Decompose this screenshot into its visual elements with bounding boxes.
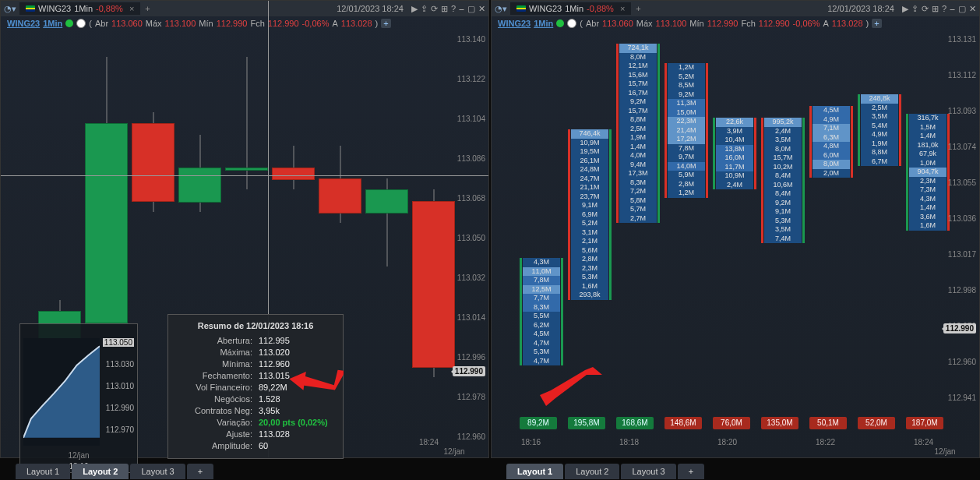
volume-cell: 9,1M xyxy=(764,207,802,217)
volume-total[interactable]: 187,0M xyxy=(906,417,943,429)
candle[interactable] xyxy=(365,35,408,434)
tab-left[interactable]: WING23 1Min -0,88% × xyxy=(19,2,140,15)
tab-tf: 1Min xyxy=(74,4,93,13)
volume-cell: 4,0M xyxy=(619,151,657,161)
minimize-icon[interactable]: ‒ xyxy=(459,4,464,14)
volume-column[interactable]: 746,4k10,9M19,5M26,1M24,8M24,7M21,1M23,7… xyxy=(571,129,608,300)
volume-cell: 248,8k xyxy=(861,94,898,104)
volume-cell: 7,8M xyxy=(668,144,705,154)
volume-cell: 4,3M xyxy=(523,258,560,267)
volume-cell: 15,0M xyxy=(668,108,705,118)
layout-tab[interactable]: Layout 2 xyxy=(72,464,129,479)
tf-link[interactable]: 1Min xyxy=(534,19,553,28)
layout-icon[interactable]: ⊞ xyxy=(441,4,448,14)
layout-tab[interactable]: Layout 1 xyxy=(16,464,70,479)
volume-cell: 6,3M xyxy=(813,133,850,143)
volume-column[interactable]: 4,3M11,0M7,8M12,5M7,7M8,3M5,5M6,2M4,5M4,… xyxy=(523,258,560,365)
volume-total[interactable]: 52,0M xyxy=(858,417,895,429)
layout-tab[interactable]: Layout 1 xyxy=(506,464,563,479)
volume-column[interactable]: 1,2M5,2M8,5M9,2M11,3M15,0M22,3M21,4M17,2… xyxy=(668,63,705,198)
tooltip-row: Contratos Neg:3,95k xyxy=(178,405,333,417)
tooltip-row: Máxima:113.020 xyxy=(178,347,333,358)
volume-cell: 724,1k xyxy=(619,44,657,53)
refresh-icon[interactable]: ⟳ xyxy=(431,4,438,14)
maximize-icon[interactable]: ▢ xyxy=(958,4,966,14)
minimize-icon[interactable]: ‒ xyxy=(950,4,955,14)
max-val: 113.100 xyxy=(165,19,196,28)
volume-total[interactable]: 89,2M xyxy=(520,417,557,429)
abr-lbl: Abr xyxy=(95,19,108,28)
volume-total[interactable]: 50,1M xyxy=(809,417,847,429)
volume-cell: 5,6M xyxy=(571,246,608,256)
volume-cell: 15,6M xyxy=(619,71,657,80)
volume-cell: 12,1M xyxy=(619,62,657,71)
layout-tab[interactable]: Layout 2 xyxy=(565,464,619,479)
volume-cell: 5,2M xyxy=(668,72,705,82)
close-icon[interactable]: × xyxy=(129,4,134,13)
volume-cell: 6,2M xyxy=(523,321,560,330)
volume-cell: 6,0M xyxy=(813,151,850,161)
volume-total[interactable]: 135,0M xyxy=(761,417,798,429)
volume-total[interactable]: 76,0M xyxy=(713,417,750,429)
volume-cell: 7,1M xyxy=(813,124,850,133)
layout-tab[interactable]: Layout 3 xyxy=(130,464,185,479)
volume-cell: 7,4M xyxy=(764,235,802,244)
mini-chart: 113.050113.030113.010112.990112.970 18:1… xyxy=(19,323,138,473)
volume-panel: ◔▾ WING23 1Min -0,88% × + 12/01/2023 18:… xyxy=(491,0,980,458)
ytick: 112.960 xyxy=(948,358,976,366)
refresh-icon[interactable]: ⟳ xyxy=(922,4,929,14)
play-icon[interactable]: ▶ xyxy=(411,4,418,14)
volume-cell: 5,5M xyxy=(523,312,560,321)
volume-cell: 16,0M xyxy=(716,154,753,163)
tf-link[interactable]: 1Min xyxy=(43,19,62,28)
maximize-icon[interactable]: ▢ xyxy=(467,4,475,14)
window-controls: 12/01/2023 18:24 ▶ ⇪ ⟳ ⊞ ? ‒ ▢ ✕ xyxy=(827,4,976,14)
volume-cell: 8,5M xyxy=(668,81,705,90)
volume-total[interactable]: 168,6M xyxy=(616,417,654,429)
add-indicator-button[interactable]: + xyxy=(381,19,390,28)
ytick: 113.093 xyxy=(948,107,976,115)
help-icon[interactable]: ? xyxy=(942,4,947,13)
help-icon[interactable]: ? xyxy=(451,4,456,13)
add-tab-icon[interactable]: + xyxy=(636,4,640,13)
volume-column[interactable]: 248,8k2,5M3,5M5,4M4,9M1,9M8,8M6,7M xyxy=(861,94,898,166)
volume-cell: 3,6M xyxy=(909,213,947,222)
share-icon[interactable]: ⇪ xyxy=(911,4,918,14)
close-window-icon[interactable]: ✕ xyxy=(969,4,976,14)
volume-cell: 1,4M xyxy=(909,203,947,213)
clock-icon[interactable]: ◔▾ xyxy=(4,4,16,14)
volume-column[interactable]: 4,5M4,9M7,1M6,3M4,8M6,0M8,0M2,0M xyxy=(813,106,850,178)
volume-cell: 5,3M xyxy=(571,273,608,282)
close-icon[interactable]: × xyxy=(620,4,625,13)
play-icon[interactable]: ▶ xyxy=(902,4,908,14)
clock-icon[interactable]: ◔▾ xyxy=(495,4,507,14)
layout-icon[interactable]: ⊞ xyxy=(932,4,939,14)
volume-column[interactable]: 724,1k8,0M12,1M15,6M15,7M16,7M9,2M15,7M8… xyxy=(619,44,657,223)
volume-total[interactable]: 195,8M xyxy=(568,417,605,429)
ytick: 113.055 xyxy=(948,178,976,187)
volume-cell: 1,9M xyxy=(861,139,898,149)
volume-cell: 4,8M xyxy=(813,142,850,151)
tab-right[interactable]: WING23 1Min -0,88% × xyxy=(510,2,631,15)
share-icon[interactable]: ⇪ xyxy=(421,4,428,14)
volume-cell: 4,3M xyxy=(909,195,947,204)
xtick: 18:18 xyxy=(619,438,639,446)
volume-total[interactable]: 148,6M xyxy=(664,417,702,429)
symbol-link[interactable]: WING23 xyxy=(7,19,40,28)
volume-column[interactable]: 995,2k2,4M3,5M8,0M15,7M10,2M8,4M10,6M8,4… xyxy=(764,118,802,243)
volume-cell: 995,2k xyxy=(764,118,802,127)
add-layout-button[interactable]: + xyxy=(187,464,213,479)
layout-tab[interactable]: Layout 3 xyxy=(621,464,675,479)
ytick: 112.941 xyxy=(948,394,976,402)
volume-cell: 5,3M xyxy=(764,217,802,226)
add-indicator-button[interactable]: + xyxy=(872,19,881,28)
add-tab-icon[interactable]: + xyxy=(145,4,150,13)
symbol-link[interactable]: WING23 xyxy=(498,19,531,28)
status-dot-green xyxy=(65,19,73,27)
close-window-icon[interactable]: ✕ xyxy=(478,4,485,14)
volume-cell: 15,7M xyxy=(619,79,657,89)
add-layout-button[interactable]: + xyxy=(678,464,704,479)
volume-column[interactable]: 22,6k3,9M10,4M13,8M16,0M11,7M10,9M2,4M xyxy=(716,118,753,189)
volume-column[interactable]: 316,7k1,5M1,4M181,0k67,9k1,0M904,7k2,3M7… xyxy=(909,114,947,231)
volume-cell: 3,5M xyxy=(764,225,802,235)
